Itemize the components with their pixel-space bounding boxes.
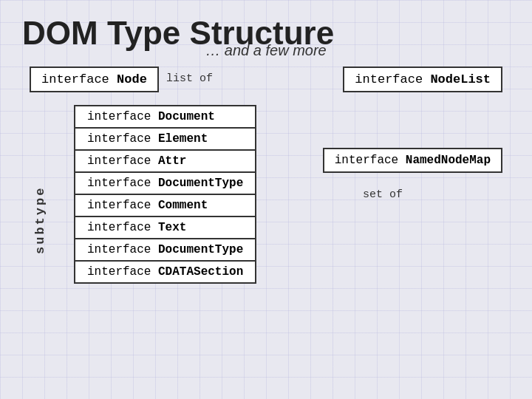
namedmap-name: NamedNodeMap [406,154,491,167]
iface-attr: interface Attr [74,149,256,171]
slide: DOM Type Structure i [0,0,532,399]
iface-documenttype1: interface DocumentType [74,171,256,194]
subtype-label: subtype [33,109,47,331]
namedmap-box: interface NamedNodeMap [323,148,502,173]
interfaces-list: interface Document interface Element int… [74,105,256,284]
iface-documenttype2: interface DocumentType [74,238,256,260]
list-of-label: list of [166,72,213,85]
iface-comment: interface Comment [74,194,256,216]
iface-element: interface Element [74,127,256,149]
node-box-prefix: interface [41,72,117,86]
iface-document: interface Document [74,105,256,127]
nodelist-box: interface NodeList [343,66,502,92]
interface-node-box: interface Node [30,66,159,92]
nodelist-name: NodeList [430,72,491,86]
node-box-name: Node [117,72,147,86]
nodelist-prefix: interface [355,72,430,86]
iface-text: interface Text [74,216,256,238]
set-of-label: set of [363,188,403,201]
and-more-label: … and a few more [205,42,326,59]
namedmap-prefix: interface [335,154,406,167]
iface-cdatasection: interface CDATASection [74,260,256,284]
